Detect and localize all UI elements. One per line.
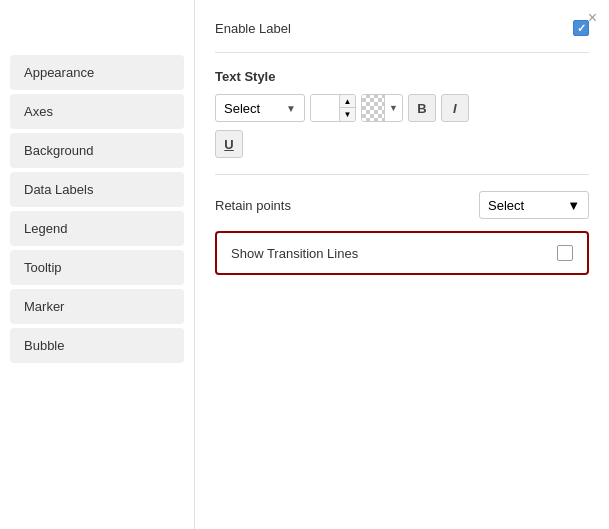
underline-row: U (215, 130, 589, 158)
show-transition-lines-label: Show Transition Lines (231, 246, 358, 261)
show-transition-lines-checkbox[interactable] (557, 245, 573, 261)
show-transition-lines-box: Show Transition Lines (215, 231, 589, 275)
color-picker-button[interactable]: ▼ (361, 94, 403, 122)
retain-points-label: Retain points (215, 198, 291, 213)
color-swatch (362, 94, 384, 122)
enable-label-text: Enable Label (215, 21, 291, 36)
sidebar-item-appearance[interactable]: Appearance (10, 55, 184, 90)
sidebar-item-axes[interactable]: Axes (10, 94, 184, 129)
close-button[interactable]: × (588, 10, 597, 26)
enable-label-checkbox[interactable] (573, 20, 589, 36)
divider-1 (215, 52, 589, 53)
divider-2 (215, 174, 589, 175)
underline-button[interactable]: U (215, 130, 243, 158)
sidebar-item-background[interactable]: Background (10, 133, 184, 168)
spin-down-button[interactable]: ▼ (340, 108, 355, 121)
retain-points-row: Retain points Select ▼ (215, 191, 589, 219)
sidebar: Appearance Axes Background Data Labels L… (0, 0, 195, 529)
text-style-title: Text Style (215, 69, 589, 84)
sidebar-item-legend[interactable]: Legend (10, 211, 184, 246)
sidebar-item-data-labels[interactable]: Data Labels (10, 172, 184, 207)
color-dropdown-arrow-icon: ▼ (384, 95, 402, 121)
font-size-field[interactable] (311, 95, 339, 121)
main-content: Enable Label Text Style Select ▼ ▲ ▼ (195, 0, 609, 529)
retain-chevron-icon: ▼ (567, 198, 580, 213)
sidebar-item-tooltip[interactable]: Tooltip (10, 250, 184, 285)
spin-buttons: ▲ ▼ (339, 95, 355, 121)
font-size-input[interactable]: ▲ ▼ (310, 94, 356, 122)
chevron-down-icon: ▼ (286, 103, 296, 114)
retain-points-select[interactable]: Select ▼ (479, 191, 589, 219)
sidebar-item-bubble[interactable]: Bubble (10, 328, 184, 363)
font-family-select[interactable]: Select ▼ (215, 94, 305, 122)
text-style-controls: Select ▼ ▲ ▼ ▼ B I (215, 94, 589, 122)
sidebar-item-marker[interactable]: Marker (10, 289, 184, 324)
italic-button[interactable]: I (441, 94, 469, 122)
main-layout: Appearance Axes Background Data Labels L… (0, 0, 609, 529)
spin-up-button[interactable]: ▲ (340, 95, 355, 108)
bold-button[interactable]: B (408, 94, 436, 122)
enable-label-row: Enable Label (215, 20, 589, 36)
